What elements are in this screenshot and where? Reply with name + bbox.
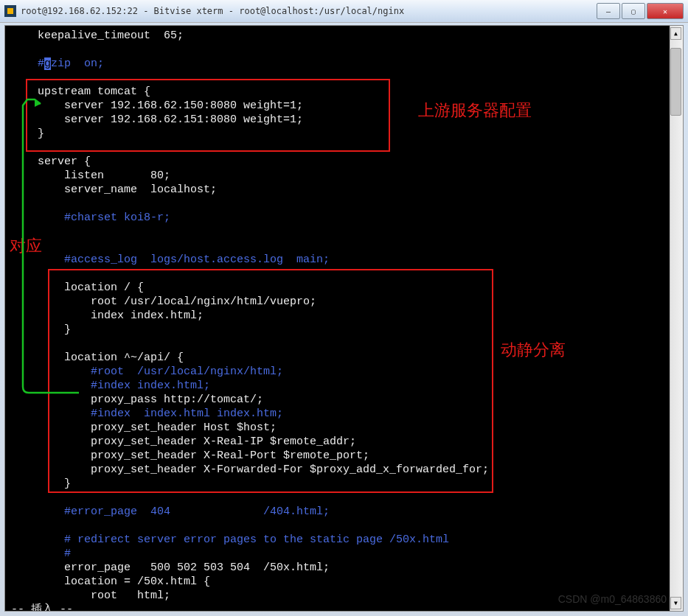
comment-line: # — [11, 547, 71, 560]
config-line: } — [11, 127, 44, 140]
close-button[interactable]: ✕ — [647, 3, 684, 19]
comment-line: # redirect server error pages to the sta… — [11, 533, 449, 546]
terminal-container: ▲ ▼ keepalive_timeout 65; #gzip on; upst… — [4, 25, 684, 612]
config-line: proxy_set_header X-Forwarded-For $proxy_… — [11, 463, 489, 476]
config-line: } — [11, 323, 71, 336]
config-line: server_name localhost; — [11, 183, 217, 196]
config-line: location = /50x.html { — [11, 575, 210, 588]
config-line: index index.html; — [11, 309, 204, 322]
maximize-button[interactable]: ▢ — [622, 3, 645, 19]
comment-line: #index index.html index.htm; — [11, 407, 283, 420]
comment-line: #charset koi8-r; — [11, 211, 170, 224]
window-titlebar: root@192.168.62.152:22 - Bitvise xterm -… — [0, 0, 688, 23]
config-line: } — [11, 477, 71, 490]
minimize-button[interactable]: — — [597, 3, 620, 19]
config-line: listen 80; — [11, 169, 170, 182]
config-line: upstream tomcat { — [11, 85, 150, 98]
config-line: error_page 500 502 503 504 /50x.html; — [11, 561, 330, 574]
config-line: server 192.168.62.150:8080 weight=1; — [11, 99, 303, 112]
window-title: root@192.168.62.152:22 - Bitvise xterm -… — [21, 6, 597, 16]
scrollbar-down-button[interactable]: ▼ — [670, 597, 681, 609]
svg-rect-1 — [7, 8, 13, 14]
config-line: server 192.168.62.151:8080 weight=1; — [11, 113, 303, 126]
comment-line: #gzip on; — [11, 57, 104, 70]
config-line: root /usr/local/nginx/html/vuepro; — [11, 295, 316, 308]
terminal-output[interactable]: keepalive_timeout 65; #gzip on; upstream… — [5, 26, 670, 611]
app-icon — [4, 5, 16, 17]
config-line: root html; — [11, 589, 170, 602]
config-line: location ^~/api/ { — [11, 351, 184, 364]
cursor: g — [44, 57, 51, 70]
comment-line: #index index.html; — [11, 379, 210, 392]
vim-status: -- 插入 -- — [11, 603, 73, 611]
config-line: server { — [11, 155, 91, 168]
comment-line: #root /usr/local/nginx/html; — [11, 365, 283, 378]
comment-line: #access_log logs/host.access.log main; — [11, 253, 330, 266]
scrollbar-up-button[interactable]: ▲ — [670, 27, 681, 40]
watermark: CSDN @m0_64863860 — [558, 593, 667, 605]
config-line: proxy_pass http://tomcat/; — [11, 393, 263, 406]
config-line: keepalive_timeout 65; — [11, 29, 184, 42]
config-line: proxy_set_header X-Real-IP $remote_addr; — [11, 435, 356, 448]
window-buttons: — ▢ ✕ — [597, 3, 684, 19]
scrollbar-thumb[interactable] — [670, 48, 681, 116]
config-line: location / { — [11, 281, 144, 294]
config-line: proxy_set_header X-Real-Port $remote_por… — [11, 449, 369, 462]
config-line: proxy_set_header Host $host; — [11, 421, 277, 434]
comment-line: #error_page 404 /404.html; — [11, 505, 330, 518]
